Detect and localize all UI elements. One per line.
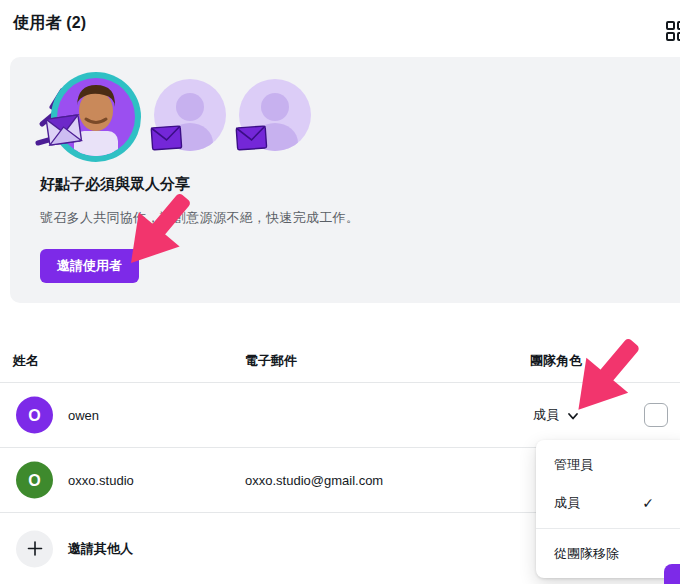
role-dropdown-trigger[interactable]: 成員 bbox=[533, 406, 579, 424]
chevron-down-icon bbox=[567, 410, 579, 422]
add-user-button[interactable] bbox=[16, 530, 53, 567]
plus-icon bbox=[27, 541, 43, 557]
column-header-name: 姓名 bbox=[13, 352, 39, 370]
banner-heading: 好點子必須與眾人分享 bbox=[40, 175, 190, 194]
banner-subtext: 號召多人共同協作，讓創意源源不絕，快速完成工作。 bbox=[40, 209, 359, 227]
help-button-cutoff[interactable] bbox=[664, 564, 680, 584]
avatar: O bbox=[16, 397, 53, 434]
invite-promo-banner: 好點子必須與眾人分享 號召多人共同協作，讓創意源源不絕，快速完成工作。 邀請使用… bbox=[10, 57, 680, 303]
menu-item-member[interactable]: 成員 ✓ bbox=[536, 484, 680, 522]
column-header-role: 團隊角色 bbox=[530, 352, 582, 370]
menu-item-label: 從團隊移除 bbox=[554, 545, 619, 563]
user-name: owen bbox=[68, 408, 99, 423]
avatar: O bbox=[16, 462, 53, 499]
user-name: oxxo.studio bbox=[68, 473, 134, 488]
menu-item-admin[interactable]: 管理員 bbox=[536, 446, 680, 484]
check-icon: ✓ bbox=[642, 495, 654, 511]
menu-item-label: 成員 bbox=[554, 494, 580, 512]
role-value: 成員 bbox=[533, 406, 559, 424]
team-avatars-illustration bbox=[30, 69, 330, 169]
user-email: oxxo.studio@gmail.com bbox=[245, 473, 383, 488]
row-checkbox[interactable] bbox=[644, 403, 668, 427]
grid-icon[interactable] bbox=[664, 18, 680, 42]
invite-others-label: 邀請其他人 bbox=[68, 540, 133, 558]
menu-item-label: 管理員 bbox=[554, 456, 593, 474]
menu-item-remove-from-team[interactable]: 從團隊移除 bbox=[536, 535, 680, 573]
page-header: 使用者 (2) bbox=[0, 0, 680, 48]
invite-users-button[interactable]: 邀請使用者 bbox=[40, 249, 139, 283]
table-row-owen: O owen 成員 bbox=[0, 383, 680, 448]
menu-divider bbox=[536, 528, 680, 529]
page-title: 使用者 (2) bbox=[13, 13, 86, 34]
role-dropdown-menu: 管理員 成員 ✓ 從團隊移除 bbox=[536, 440, 680, 578]
table-header-row: 姓名 電子郵件 團隊角色 bbox=[0, 330, 680, 383]
column-header-email: 電子郵件 bbox=[245, 352, 297, 370]
